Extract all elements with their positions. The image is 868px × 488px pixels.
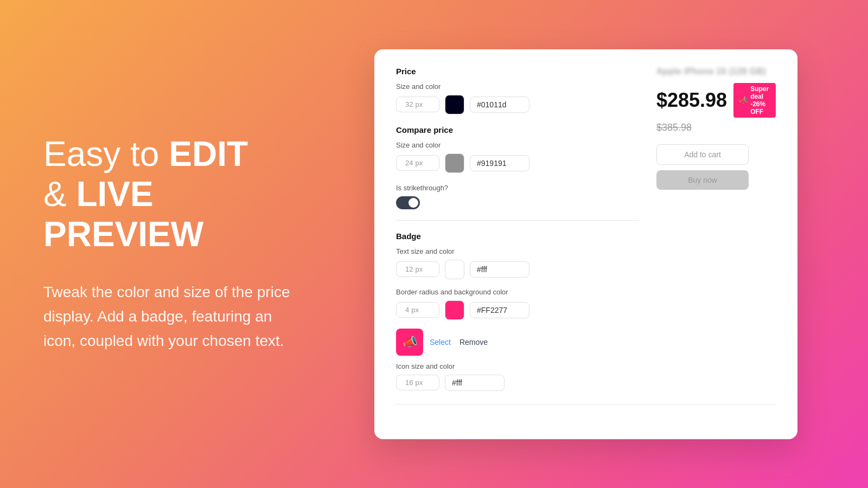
controls-column: Price Size and color 32 px #01011d (396, 67, 639, 391)
badge-border-control-row: 4 px #FF2277 (396, 300, 639, 320)
icon-select-button[interactable]: Select (430, 338, 451, 346)
badge-bg-color-input[interactable]: #FF2277 (470, 302, 529, 318)
icon-preview: 📣 (396, 329, 423, 356)
badge-section: Badge Text size and color 12 px #fff Bor… (396, 220, 639, 391)
headline-bold-1: EDIT (169, 134, 248, 174)
price-row: $285.98 📣 Super deal -26% OFF (656, 83, 776, 118)
description-text: Tweak the color and size of the price di… (43, 280, 304, 353)
icon-remove-button[interactable]: Remove (459, 338, 488, 346)
badge-text-control-row: 12 px #fff (396, 260, 639, 279)
price-size-color-label: Size and color (396, 82, 639, 91)
icon-size-color-label: Icon size and color (396, 362, 639, 370)
icon-actions: Select Remove (430, 338, 488, 346)
preview-column: Apple iPhone 15 (128 GB) $285.98 📣 Super… (656, 67, 776, 391)
left-panel: Easy to EDIT & LIVE PREVIEW Tweak the co… (43, 134, 304, 353)
price-color-input[interactable]: #01011d (470, 97, 529, 113)
product-title: Apple iPhone 15 (128 GB) (656, 67, 776, 76)
right-panel: Price Size and color 32 px #01011d (347, 49, 825, 439)
compare-size-color-label: Size and color (396, 141, 639, 149)
headline-line1: Easy to EDIT (43, 134, 248, 174)
buy-now-button[interactable]: Buy now (656, 170, 749, 190)
compare-price: $385.98 (656, 122, 776, 133)
badge-text-color-input[interactable]: #fff (470, 261, 529, 278)
price-section: Price Size and color 32 px #01011d (396, 67, 639, 114)
add-to-cart-button[interactable]: Add to cart (656, 144, 749, 165)
main-layout: Easy to EDIT & LIVE PREVIEW Tweak the co… (0, 0, 868, 488)
price-color-swatch[interactable] (445, 95, 464, 114)
compare-control-row: 24 px #919191 (396, 153, 639, 173)
headline-prefix-2: & (43, 175, 76, 214)
compare-color-swatch[interactable] (445, 153, 464, 173)
badge-text: Super deal -26% OFF (750, 85, 770, 115)
main-price: $285.98 (656, 89, 727, 112)
headline: Easy to EDIT & LIVE PREVIEW (43, 134, 304, 254)
badge-text-color-swatch[interactable] (445, 260, 464, 279)
compare-price-section: Compare price Size and color 24 px #9191… (396, 125, 639, 173)
strikethrough-toggle[interactable] (396, 196, 420, 209)
badge-bg-color-swatch[interactable] (445, 300, 464, 320)
badge-border-input[interactable]: 4 px (396, 302, 439, 318)
icon-color-input[interactable]: #fff (445, 375, 505, 391)
badge-border-bg-label: Border radius and background color (396, 288, 639, 296)
editor-card: Price Size and color 32 px #01011d (374, 49, 797, 439)
headline-line2: & LIVE PREVIEW (43, 175, 203, 254)
compare-price-section-label: Compare price (396, 125, 639, 134)
price-size-input[interactable]: 32 px (396, 97, 439, 112)
strikethrough-toggle-wrapper (396, 196, 639, 209)
compare-size-input[interactable]: 24 px (396, 155, 439, 171)
megaphone-icon: 📣 (403, 335, 417, 349)
strikethrough-section: Is strikethrough? (396, 184, 639, 209)
icon-size-input[interactable]: 16 px (396, 375, 439, 390)
badge-text-size-color-label: Text size and color (396, 247, 639, 255)
strikethrough-label: Is strikethrough? (396, 184, 639, 192)
headline-normal-1: Easy to (43, 134, 169, 174)
compare-color-input[interactable]: #919191 (470, 155, 529, 171)
editor-top: Price Size and color 32 px #01011d (396, 67, 776, 404)
icon-row: 📣 Select Remove (396, 329, 639, 356)
badge-text-size-input[interactable]: 12 px (396, 261, 439, 277)
icon-control-row: 16 px #fff (396, 375, 639, 391)
badge-preview: 📣 Super deal -26% OFF (733, 83, 776, 118)
badge-section-label: Badge (396, 232, 639, 241)
badge-megaphone-icon: 📣 (739, 96, 748, 104)
price-control-row: 32 px #01011d (396, 95, 639, 114)
price-section-label: Price (396, 67, 639, 76)
